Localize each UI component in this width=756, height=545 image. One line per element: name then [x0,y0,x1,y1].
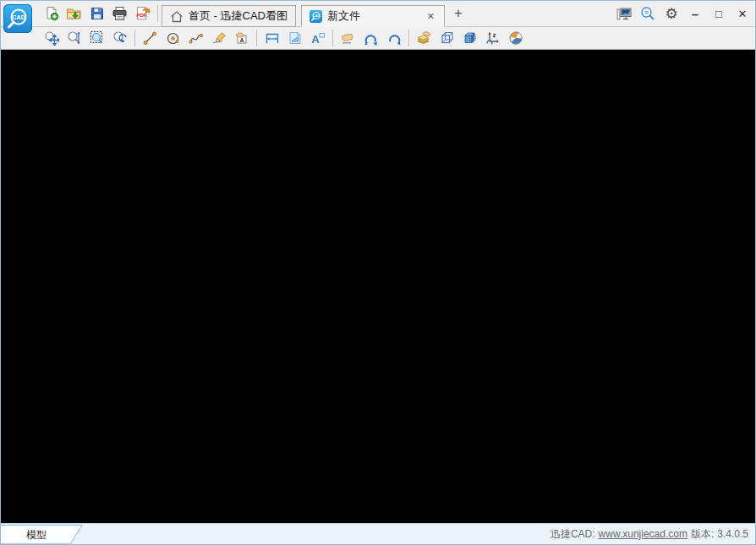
toolbar-separator [332,30,333,46]
new-file-icon [44,6,59,21]
pencil-icon [211,31,227,46]
layers-button[interactable] [413,27,436,49]
website-link[interactable]: www.xunjiecad.com [599,528,688,540]
spline-icon [189,31,204,46]
version-label: 版本: [691,527,714,542]
app-logo-magnifier-icon: CAD [5,6,30,31]
zoom-previous-button[interactable] [108,27,131,49]
draw-freehand-button[interactable] [207,27,230,49]
draw-spline-button[interactable] [184,27,207,49]
measure-length-icon [265,31,280,46]
close-icon: ✕ [738,8,748,20]
screen-capture-button[interactable] [613,3,635,24]
maximize-button[interactable]: □ [708,3,730,24]
axes-z-icon: z [485,30,501,46]
render-sphere-icon [508,30,523,46]
wireframe-view-button[interactable] [436,27,458,49]
model-tab-label: 模型 [26,529,47,541]
print-icon [112,6,128,21]
tab-close-button[interactable]: ✕ [425,11,436,22]
version-value: 3.4.0.5 [717,528,748,540]
redo-button[interactable] [382,27,405,49]
new-file-button[interactable] [40,3,63,25]
redo-icon [386,31,402,46]
zoom-window-button[interactable] [85,27,108,49]
toolbar-separator [408,30,409,46]
tab-cad-logo-icon: CAD [310,10,322,23]
titlebar-right-controls: = ⚙ – □ ✕ [613,3,755,24]
print-button[interactable] [108,3,131,25]
zoom-dynamic-button[interactable] [63,27,85,49]
statusbar: 模型 迅捷CAD: www.xunjiecad.com 版本: 3.4.0.5 [1,523,755,544]
svg-text:CAD: CAD [313,14,320,18]
magnifier-equals-icon: = [640,6,655,21]
minimize-icon: – [692,7,698,21]
settings-button[interactable]: ⚙ [660,3,682,24]
measure-length-button[interactable] [260,27,283,49]
undo-button[interactable] [359,27,382,49]
draw-line-button[interactable] [139,27,162,49]
undo-icon [364,31,379,46]
toolbar: A A [1,27,755,50]
tab-new-file-label: 新文件 [327,8,360,24]
pan-button[interactable] [40,27,63,49]
stamp-a-icon: A [234,30,249,46]
open-file-button[interactable] [63,3,85,25]
tab-home-label: 首页 - 迅捷CAD看图 [189,8,288,24]
svg-text:=: = [644,8,649,16]
text-annotation-icon: A [310,31,326,46]
monitor-icon [616,7,633,21]
app-logo[interactable]: CAD [3,4,32,33]
titlebar-separator [157,5,158,22]
new-tab-button[interactable]: + [451,5,466,22]
export-pdf-button[interactable]: PDF [131,3,154,25]
gear-icon: ⚙ [665,7,677,21]
save-button[interactable] [85,3,108,25]
svg-text:PDF: PDF [136,13,146,18]
tab-new-file[interactable]: CAD 新文件 ✕ [301,5,445,27]
shaded-view-button[interactable] [458,27,481,49]
measure-area-button[interactable] [283,27,306,49]
zoom-settings-button[interactable]: = [637,3,659,24]
text-annotation-button[interactable]: A [306,27,329,49]
tab-home[interactable]: 首页 - 迅捷CAD看图 [162,5,296,27]
zoom-window-icon [90,30,105,46]
layers-icon [416,30,432,46]
app-window: CAD [0,0,756,545]
draw-circle-button[interactable] [162,27,184,49]
svg-text:A: A [239,37,244,43]
close-button[interactable]: ✕ [731,3,753,24]
home-icon [170,10,184,23]
toolbar-separator [256,30,257,46]
svg-text:A: A [311,33,320,46]
drawing-canvas[interactable] [1,50,755,523]
tab-new-file-left: CAD 新文件 [310,8,360,24]
measure-area-icon [288,30,303,46]
zoom-previous-icon [112,30,128,46]
minimize-button[interactable]: – [684,3,706,24]
circle-icon [166,31,180,46]
model-tab[interactable]: 模型 [1,525,85,544]
pan-magnifier-icon [44,30,59,46]
toolbar-separator [134,30,135,46]
svg-text:z: z [492,32,496,38]
open-folder-icon [66,6,82,21]
export-pdf-icon: PDF [135,6,151,21]
svg-text:CAD: CAD [12,14,26,21]
save-icon [90,6,105,21]
eraser-button[interactable] [337,27,359,49]
render-mode-button[interactable] [504,27,527,49]
status-right: 迅捷CAD: www.xunjiecad.com 版本: 3.4.0.5 [551,527,755,542]
stamp-text-button[interactable]: A [230,27,253,49]
zoom-updown-icon [67,30,82,46]
axis-rotate-button[interactable]: z [481,27,504,49]
wireframe-cube-icon [440,30,455,46]
brand-label: 迅捷CAD: [551,527,595,542]
line-icon [143,31,157,46]
shaded-cube-icon [463,30,478,46]
maximize-icon: □ [715,8,722,20]
eraser-icon [340,31,356,46]
titlebar: CAD [1,1,755,27]
